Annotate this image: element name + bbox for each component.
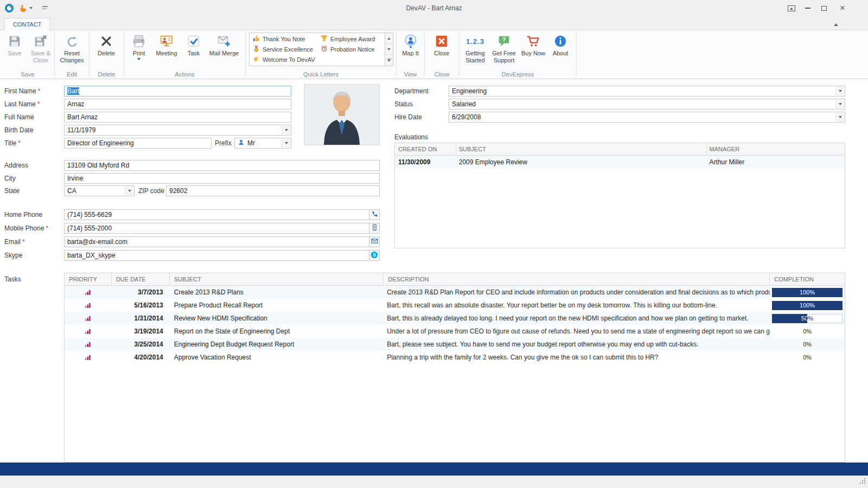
task-row[interactable]: 3/7/2013 Create 2013 R&D Plans Create 20… (65, 286, 845, 299)
thumbs-up-icon (253, 35, 260, 43)
department-combo[interactable]: Engineering (449, 86, 845, 97)
completion-value: 0% (772, 327, 843, 336)
print-dropdown-icon[interactable] (137, 58, 141, 60)
tasks-label: Tasks (4, 275, 21, 283)
zip-input[interactable] (166, 185, 380, 196)
address-input[interactable] (64, 160, 380, 171)
save-button[interactable]: Save (3, 33, 26, 68)
getting-started-button[interactable]: 1.2.3 Getting Started (462, 33, 489, 68)
get-free-support-button-label: Get Free Support (490, 50, 518, 64)
column-header-priority[interactable]: PRIORITY (65, 273, 112, 285)
task-row[interactable]: 1/31/2014 Review New HDMI Specification … (65, 312, 845, 325)
evaluation-row[interactable]: 11/30/2009 2009 Employee Review Arthur M… (395, 156, 845, 169)
title-bar: DevAV - Bart Arnaz × (0, 0, 868, 16)
task-row[interactable]: 4/20/2014 Approve Vacation Request Plann… (65, 351, 845, 364)
contact-photo[interactable] (304, 84, 380, 145)
city-input[interactable] (64, 173, 380, 184)
skype-input[interactable] (64, 250, 369, 261)
column-header-completion[interactable]: COMPLETION (770, 273, 845, 285)
ribbon-display-options-button[interactable] (783, 0, 800, 16)
column-header-due-date[interactable]: DUE DATE (112, 273, 170, 285)
dropdown-arrow-icon[interactable] (282, 126, 290, 134)
maximize-button[interactable] (816, 0, 832, 16)
gallery-scroll-down-icon[interactable] (385, 44, 393, 55)
prefix-combo[interactable]: Mr (234, 138, 291, 149)
save-and-close-button[interactable]: Save & Close (27, 33, 54, 68)
full-name-input[interactable] (64, 112, 291, 123)
gallery-scrollbar (385, 33, 393, 66)
mobile-call-button[interactable] (369, 223, 380, 234)
mail-merge-button[interactable]: Mail Merge (206, 33, 242, 68)
column-header-manager[interactable]: MANAGER (707, 143, 845, 155)
dropdown-arrow-icon[interactable] (835, 113, 844, 121)
column-header-subject[interactable]: SUBJECT (170, 273, 384, 285)
quick-letter-thank-you-note[interactable]: Thank You Note (250, 34, 317, 44)
ribbon-collapse-icon[interactable] (831, 21, 841, 28)
reset-changes-button[interactable]: Reset Changes (57, 33, 87, 68)
home-phone-input[interactable] (64, 209, 369, 220)
dropdown-arrow-icon[interactable] (125, 187, 133, 195)
title-label: Title* (4, 139, 21, 147)
state-combo[interactable]: CA (64, 185, 135, 196)
task-row[interactable]: 5/16/2013 Prepare Product Recall Report … (65, 299, 845, 312)
group-label-actions: Actions (124, 71, 245, 78)
hire-date-combo[interactable]: 6/29/2008 (449, 112, 845, 123)
mobile-phone-icon (371, 224, 378, 233)
mail-merge-icon (206, 33, 242, 50)
dropdown-arrow-icon[interactable] (835, 100, 844, 108)
minimize-button[interactable] (800, 0, 816, 16)
dropdown-arrow-icon[interactable] (282, 139, 290, 147)
quick-letter-welcome-to-devav[interactable]: Welcome To DevAV (250, 54, 317, 65)
quick-letters-gallery: Thank You Note Service Excellence Welcom… (249, 33, 393, 66)
status-combo[interactable]: Salaried (449, 99, 845, 110)
home-phone-label: Home Phone (4, 211, 42, 219)
prefix-value: Mr (247, 139, 255, 147)
selected-text: Bart (67, 87, 79, 95)
task-row[interactable]: 3/25/2014 Engineering Dept Budget Reques… (65, 338, 845, 351)
meeting-button[interactable]: Meeting (153, 33, 180, 68)
task-completion-cell: 100% (770, 301, 845, 310)
gallery-dropdown-icon[interactable] (385, 55, 393, 66)
task-row[interactable]: 3/19/2014 Report on the State of Enginee… (65, 325, 845, 338)
last-name-input[interactable] (64, 99, 291, 110)
quick-letter-employee-award[interactable]: Employee Award (317, 34, 386, 44)
task-button-label: Task (182, 50, 205, 57)
about-button[interactable]: About (548, 33, 572, 68)
quick-letter-service-excellence[interactable]: Service Excellence (250, 44, 317, 54)
mobile-phone-input[interactable] (64, 223, 369, 234)
skype-icon: S (371, 251, 378, 260)
buy-now-button[interactable]: Buy Now (519, 33, 547, 68)
title-input[interactable] (64, 138, 212, 149)
completion-bar: 50% 50% (772, 314, 843, 323)
task-completion-cell: 0% (770, 327, 845, 336)
get-free-support-button[interactable]: ? Get Free Support (490, 33, 518, 68)
delete-button-label: Delete (94, 50, 119, 57)
undo-icon (57, 33, 87, 50)
meeting-button-label: Meeting (153, 50, 180, 57)
first-name-input[interactable]: Bart (64, 86, 291, 97)
map-it-button[interactable]: Map It (398, 33, 423, 68)
evaluations-header-row: CREATED ON SUBJECT MANAGER (395, 143, 845, 156)
column-header-description[interactable]: DESCRIPTION (384, 273, 770, 285)
tab-contact[interactable]: CONTACT (4, 18, 50, 31)
skype-call-button[interactable]: S (369, 250, 380, 261)
call-button[interactable] (369, 209, 380, 220)
delete-button[interactable]: Delete (94, 33, 119, 68)
birth-date-combo[interactable]: 11/1/1979 (64, 125, 291, 136)
dropdown-arrow-icon[interactable] (835, 87, 844, 95)
close-record-button[interactable]: Close (429, 33, 454, 68)
priority-icon (65, 314, 112, 322)
send-email-button[interactable] (369, 236, 380, 247)
completion-value: 100% (772, 301, 843, 310)
resize-grip[interactable] (859, 477, 866, 486)
column-header-created-on[interactable]: CREATED ON (395, 143, 456, 155)
email-input[interactable] (64, 236, 369, 247)
close-window-button[interactable]: × (834, 0, 851, 16)
print-button[interactable]: Print (127, 33, 151, 68)
quick-letter-probation-notice[interactable]: Probation Notice (317, 44, 386, 54)
column-header-subject[interactable]: SUBJECT (456, 143, 707, 155)
completion-bar: 100% (772, 301, 843, 310)
status-label: Status (394, 100, 413, 108)
task-button[interactable]: Task (182, 33, 205, 68)
gallery-scroll-up-icon[interactable] (385, 33, 393, 44)
